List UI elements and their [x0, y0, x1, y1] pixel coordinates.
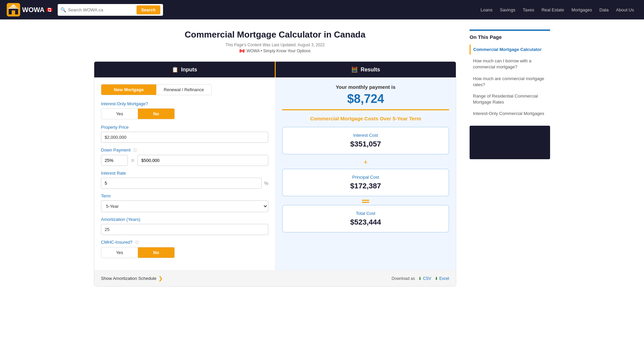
- nav-savings[interactable]: Savings: [496, 5, 519, 14]
- results-tab[interactable]: 🧮 Results: [275, 62, 456, 77]
- nav-taxes[interactable]: Taxes: [519, 5, 537, 14]
- cmhc-yes-btn[interactable]: Yes: [101, 247, 138, 258]
- term-label: Term: [101, 193, 268, 198]
- logo[interactable]: HOW WOWA 🇨🇦: [7, 3, 52, 16]
- flag-icon: 🇨🇦: [239, 49, 245, 53]
- sidebar-item-calculator[interactable]: Commercial Mortgage Calculator: [470, 45, 550, 55]
- page-title: Commercial Mortgage Calculator in Canada: [94, 29, 456, 40]
- page-subtitle: This Page's Content Was Last Updated: Au…: [94, 43, 456, 47]
- sidebar: On This Page Commercial Mortgage Calcula…: [470, 29, 550, 287]
- arrow-right-icon: ❯: [158, 275, 163, 282]
- sidebar-item-interest-only[interactable]: Interest-Only Commercial Mortgages: [470, 109, 550, 119]
- logo-text: WOWA: [22, 6, 45, 14]
- svg-rect-2: [12, 10, 15, 14]
- ad-box: [470, 126, 550, 159]
- percent-symbol: %: [264, 181, 268, 186]
- show-amortization[interactable]: Show Amortization Schedule ❯: [101, 275, 163, 282]
- inputs-tab[interactable]: 📋 Inputs: [94, 62, 275, 77]
- excel-icon: ⬇: [435, 276, 438, 281]
- interest-cost-value: $351,057: [288, 140, 443, 148]
- search-container: 🔍 Search: [58, 4, 163, 16]
- download-section: Download as ⬇ CSV ⬇ Excel: [392, 276, 449, 281]
- search-input[interactable]: [68, 7, 135, 12]
- total-cost-card: Total Cost $523,444: [282, 205, 449, 233]
- results-tab-label: Results: [361, 67, 380, 73]
- principal-cost-card: Principal Cost $172,387: [282, 169, 449, 196]
- total-cost-label: Total Cost: [288, 211, 443, 216]
- term-costs-label: Commercial Mortgage Costs Over 5-Year Te…: [282, 116, 449, 121]
- new-mortgage-btn[interactable]: New Mortgage: [101, 84, 156, 95]
- sidebar-item-borrow[interactable]: How much can I borrow with a commercial …: [470, 56, 550, 72]
- results-icon: 🧮: [351, 66, 358, 73]
- amortization-bar: Show Amortization Schedule ❯ Download as…: [94, 270, 456, 286]
- plus-operator: +: [282, 158, 449, 167]
- property-price-label: Property Price: [101, 125, 268, 130]
- navbar: HOW WOWA 🇨🇦 🔍 Search Loans Savings Taxes…: [0, 0, 644, 19]
- renewal-refinance-btn[interactable]: Renewal / Refinance: [156, 84, 211, 95]
- amortization-label: Amortization (Years): [101, 217, 268, 222]
- cmhc-help-icon[interactable]: ⓘ: [135, 240, 139, 244]
- wowa-tagline: WOWA • Simply Know Your Options: [247, 49, 311, 53]
- equals-operator: [282, 200, 449, 203]
- interest-only-no-btn[interactable]: No: [138, 109, 174, 119]
- cmhc-label: CMHC-Insured? ⓘ: [101, 240, 268, 245]
- down-payment-pct-input[interactable]: [101, 155, 128, 166]
- nav-links: Loans Savings Taxes Real Estate Mortgage…: [477, 5, 637, 14]
- interest-rate-input[interactable]: [101, 178, 262, 189]
- interest-cost-label: Interest Cost: [288, 133, 443, 138]
- nav-data[interactable]: Data: [596, 5, 612, 14]
- total-cost-value: $523,444: [288, 218, 443, 227]
- interest-only-yes-btn[interactable]: Yes: [101, 109, 138, 119]
- cmhc-no-btn[interactable]: No: [138, 247, 174, 258]
- term-select[interactable]: 1-Year 2-Year 3-Year 4-Year 5-Year 10-Ye…: [101, 200, 268, 212]
- sidebar-item-residential-range[interactable]: Range of Residential Commercial Mortgage…: [470, 91, 550, 107]
- logo-icon: HOW: [7, 3, 20, 16]
- search-button[interactable]: Search: [137, 5, 160, 14]
- logo-flag: 🇨🇦: [47, 7, 52, 12]
- download-csv-btn[interactable]: ⬇ CSV: [418, 276, 431, 281]
- csv-icon: ⬇: [418, 276, 422, 281]
- equals-sign: =: [131, 158, 134, 164]
- help-icon[interactable]: ⓘ: [133, 148, 137, 152]
- on-this-page-title: On This Page: [470, 34, 550, 40]
- on-this-page-section: On This Page Commercial Mortgage Calcula…: [470, 29, 550, 119]
- cmhc-toggle: Yes No: [101, 247, 175, 258]
- interest-cost-card: Interest Cost $351,057: [282, 127, 449, 155]
- principal-cost-value: $172,387: [288, 182, 443, 190]
- monthly-payment-label: Your monthly payment is: [282, 84, 449, 90]
- down-payment-amount-input[interactable]: [138, 155, 268, 166]
- inputs-tab-label: Inputs: [181, 67, 197, 73]
- nav-about-us[interactable]: About Us: [613, 5, 637, 14]
- down-payment-label: Down Payment ⓘ: [101, 147, 268, 153]
- inputs-icon: 📋: [172, 66, 178, 73]
- principal-cost-label: Principal Cost: [288, 175, 443, 180]
- nav-loans[interactable]: Loans: [477, 5, 496, 14]
- nav-real-estate[interactable]: Real Estate: [538, 5, 567, 14]
- nav-mortgages[interactable]: Mortgages: [568, 5, 595, 14]
- property-price-input[interactable]: [101, 132, 268, 143]
- amortization-input[interactable]: [101, 224, 268, 235]
- svg-text:HOW: HOW: [10, 6, 18, 9]
- monthly-payment-amount: $8,724: [282, 92, 449, 110]
- sidebar-item-rates[interactable]: How much are commercial mortgage rates?: [470, 74, 550, 90]
- interest-rate-label: Interest Rate: [101, 171, 268, 176]
- interest-only-toggle: Yes No: [101, 108, 175, 119]
- download-excel-btn[interactable]: ⬇ Excel: [435, 276, 449, 281]
- interest-only-label: Interest-Only Mortgage?: [101, 101, 268, 106]
- search-icon: 🔍: [60, 7, 66, 12]
- mortgage-type-toggle: New Mortgage Renewal / Refinance: [101, 84, 212, 95]
